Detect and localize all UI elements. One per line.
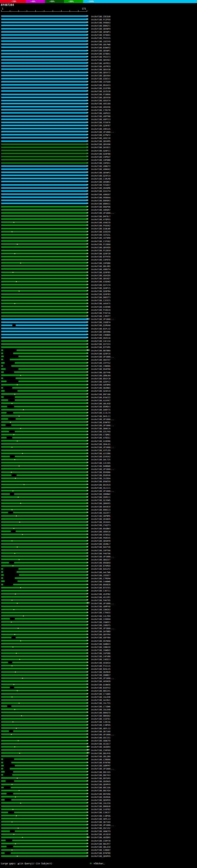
hit-label[interactable]: UniRef100_Q9BB57 [91, 674, 110, 677]
alignment-bar[interactable] [1, 718, 87, 720]
alignment-bar[interactable] [1, 662, 87, 663]
hit-label[interactable]: UniRef100_Q9RBW2 [91, 493, 110, 495]
hit-label[interactable]: UniRef100_C1BPQ6 [91, 815, 110, 817]
hit-label[interactable]: UniRef100_C1E3C5 [91, 299, 110, 302]
hit-label[interactable]: UniRef100_A7B2G1 [91, 437, 110, 439]
alignment-bar[interactable] [1, 743, 87, 745]
hit-label[interactable]: UniRef100_Q8VWP1 [91, 50, 110, 52]
alignment-bar[interactable] [1, 362, 87, 364]
alignment-bar[interactable] [1, 59, 87, 61]
alignment-bar[interactable] [1, 122, 87, 123]
hit-label[interactable]: UniRef100_Q1MVA0 [91, 324, 110, 327]
alignment-bar[interactable] [1, 690, 87, 691]
alignment-bar[interactable] [1, 147, 87, 148]
hit-label[interactable]: UniRef100_Q8L2C0 [91, 846, 110, 848]
hit-label[interactable]: UniRef100_A0ZDR5 [91, 836, 110, 839]
hit-label[interactable]: UniRef100_Q29FC6 [91, 352, 110, 355]
alignment-bar[interactable] [1, 246, 87, 248]
hit-label[interactable]: UniRef100_B5GYJ0 [91, 377, 110, 380]
hit-label[interactable]: UniRef100_C6B5F5 [91, 624, 110, 627]
alignment-bar[interactable] [1, 418, 87, 420]
alignment-bar[interactable] [1, 677, 87, 679]
hit-label[interactable]: UniRef100_B7WTN9 [91, 852, 110, 855]
hit-label[interactable]: UniRef100_B58XV6 [91, 474, 110, 477]
alignment-bar[interactable] [1, 540, 87, 541]
alignment-bar[interactable] [1, 116, 87, 117]
alignment-bar[interactable] [1, 278, 87, 279]
hit-label[interactable]: UniRef100_UP1000... [91, 318, 114, 320]
hit-label[interactable]: UniRef100_C6P5B8 [91, 652, 110, 655]
alignment-bar[interactable] [1, 199, 87, 201]
hit-label[interactable]: UniRef100_B7KME8 [91, 565, 110, 567]
hit-label[interactable]: UniRef100_C5Q2T3 [91, 524, 110, 527]
hit-label[interactable]: UniRef100_UP1000... [91, 602, 114, 605]
hit-label[interactable]: UniRef100_B1KYV2 [91, 687, 110, 689]
alignment-bar[interactable] [1, 46, 87, 48]
alignment-bar[interactable] [1, 721, 87, 723]
hit-label[interactable]: UniRef100_Q2Z538 [91, 90, 110, 93]
alignment-bar[interactable] [1, 87, 87, 89]
hit-label[interactable]: UniRef100_Q8VON6 [91, 331, 110, 333]
alignment-bar[interactable] [1, 215, 87, 217]
hit-label[interactable]: UniRef100_Q8NLN4 [91, 374, 110, 377]
hit-label[interactable]: UniRef100_C4ED13 [91, 658, 110, 661]
alignment-bar[interactable] [1, 543, 87, 545]
alignment-bar[interactable] [1, 224, 87, 226]
alignment-bar[interactable] [1, 318, 87, 320]
alignment-bar[interactable] [1, 446, 87, 448]
hit-label[interactable]: UniRef100_C7R455 [91, 612, 110, 614]
hit-label[interactable]: UniRef100_Q32FB9 [91, 87, 110, 90]
hit-label[interactable]: UniRef100_Q9ZNV0 [91, 671, 110, 673]
hit-label[interactable]: UniRef100_Q20FB7 [91, 124, 110, 127]
alignment-bar[interactable] [1, 256, 87, 257]
hit-label[interactable]: UniRef100_C6T9R8 [91, 237, 110, 239]
alignment-bar[interactable] [1, 134, 87, 135]
hit-label[interactable]: UniRef100_Q0ZNW3 [91, 387, 110, 389]
alignment-bar[interactable] [1, 331, 87, 332]
hit-label[interactable]: UniRef100_UP1000... [91, 355, 114, 358]
alignment-bar[interactable] [1, 565, 87, 566]
alignment-bar[interactable] [1, 144, 87, 145]
hit-label[interactable]: UniRef100_C6TGQ9 [91, 81, 110, 83]
hit-label[interactable]: UniRef100_B8CYG4 [91, 789, 110, 792]
alignment-bar[interactable] [1, 153, 87, 154]
hit-label[interactable]: UniRef100_B2GLV5 [91, 668, 110, 670]
alignment-bar[interactable] [1, 284, 87, 285]
hit-label[interactable]: UniRef100_B0K6T9 [91, 712, 110, 714]
alignment-bar[interactable] [1, 693, 87, 695]
alignment-bar[interactable] [1, 187, 87, 189]
hit-label[interactable]: UniRef100_Q165A2 [91, 456, 110, 458]
hit-label[interactable]: UniRef100_A9FYN4 [91, 637, 110, 639]
alignment-bar[interactable] [1, 852, 87, 854]
hit-label[interactable]: UniRef100_A31SB6 [91, 452, 110, 455]
alignment-bar[interactable] [1, 762, 87, 763]
alignment-bar[interactable] [1, 428, 87, 429]
hit-label[interactable]: UniRef100_A1HEB6 [91, 440, 110, 442]
hit-label[interactable]: UniRef100_Q9ZHU6 [91, 796, 110, 798]
hit-label[interactable]: UniRef100_C2HC56 [91, 721, 110, 723]
hit-label[interactable]: UniRef100_UP1000... [91, 768, 114, 770]
alignment-bar[interactable] [1, 243, 87, 245]
alignment-bar[interactable] [1, 802, 87, 804]
hit-label[interactable]: UniRef100_C0NGI8 [91, 646, 110, 648]
alignment-bar[interactable] [1, 618, 87, 620]
alignment-bar[interactable] [1, 840, 87, 841]
hit-label[interactable]: UniRef100_UP1000... [91, 131, 114, 133]
hit-label[interactable]: UniRef100_Q97YH6 [91, 371, 110, 374]
hit-label[interactable]: UniRef100_UP1000... [91, 734, 114, 736]
hit-label[interactable]: UniRef100_P93315 [91, 37, 110, 39]
hit-label[interactable]: UniRef100_A5ZPB2 [91, 593, 110, 595]
alignment-bar[interactable] [1, 399, 87, 401]
alignment-bar[interactable] [1, 40, 87, 42]
hit-label[interactable]: UniRef100_Q0SNY0 [91, 540, 110, 542]
hit-label[interactable]: UniRef100_B9RH31 [91, 203, 110, 205]
hit-label[interactable]: UniRef100_Q5HNL7 [91, 543, 110, 545]
alignment-bar[interactable] [1, 355, 87, 357]
alignment-bar[interactable] [1, 184, 87, 186]
alignment-bar[interactable] [1, 137, 87, 138]
alignment-bar[interactable] [1, 162, 87, 164]
hit-label[interactable]: UniRef100_P12P59 [91, 19, 110, 21]
hit-label[interactable]: UniRef100_P93373 [91, 56, 110, 58]
alignment-bar[interactable] [1, 755, 87, 757]
hit-label[interactable]: UniRef100_Q4BY75 [91, 409, 110, 411]
